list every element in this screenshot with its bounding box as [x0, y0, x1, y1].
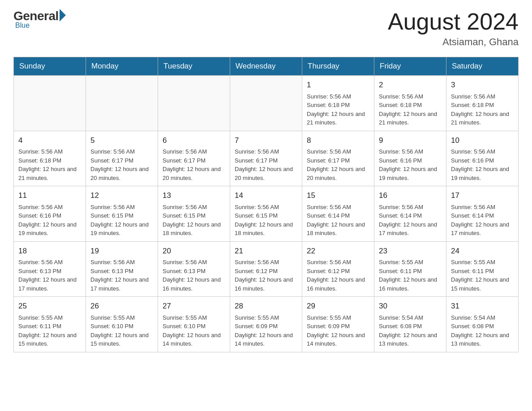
- day-number: 28: [235, 300, 297, 312]
- day-number: 1: [307, 79, 369, 91]
- day-number: 6: [163, 135, 225, 146]
- calendar-header-row: Sunday Monday Tuesday Wednesday Thursday…: [14, 57, 519, 76]
- table-row: 5Sunrise: 5:56 AMSunset: 6:17 PMDaylight…: [86, 131, 158, 186]
- table-row: 8Sunrise: 5:56 AMSunset: 6:17 PMDaylight…: [302, 131, 374, 186]
- table-row: 19Sunrise: 5:56 AMSunset: 6:13 PMDayligh…: [86, 241, 158, 297]
- day-number: 7: [235, 135, 297, 146]
- day-number: 10: [451, 135, 514, 146]
- day-info: Sunrise: 5:56 AMSunset: 6:13 PMDaylight:…: [163, 258, 225, 293]
- day-info: Sunrise: 5:54 AMSunset: 6:08 PMDaylight:…: [379, 313, 442, 348]
- table-row: 11Sunrise: 5:56 AMSunset: 6:16 PMDayligh…: [14, 186, 86, 242]
- day-info: Sunrise: 5:56 AMSunset: 6:18 PMDaylight:…: [379, 92, 442, 127]
- table-row: 1Sunrise: 5:56 AMSunset: 6:18 PMDaylight…: [302, 76, 374, 131]
- calendar-week-row: 18Sunrise: 5:56 AMSunset: 6:13 PMDayligh…: [14, 241, 519, 297]
- logo: General Blue: [13, 9, 66, 30]
- table-row: 2Sunrise: 5:56 AMSunset: 6:18 PMDaylight…: [374, 76, 446, 131]
- header-sunday: Sunday: [14, 57, 86, 76]
- day-number: 17: [451, 190, 514, 201]
- logo-triangle-icon: [60, 9, 66, 21]
- table-row: 10Sunrise: 5:56 AMSunset: 6:16 PMDayligh…: [446, 131, 519, 186]
- day-info: Sunrise: 5:55 AMSunset: 6:09 PMDaylight:…: [235, 313, 297, 348]
- table-row: 3Sunrise: 5:56 AMSunset: 6:18 PMDaylight…: [446, 76, 519, 131]
- day-number: 25: [18, 300, 81, 312]
- day-number: 15: [307, 190, 369, 201]
- table-row: 22Sunrise: 5:56 AMSunset: 6:12 PMDayligh…: [302, 241, 374, 297]
- title-section: August 2024 Atsiaman, Ghana: [388, 9, 519, 48]
- logo-blue-text: Blue: [15, 21, 30, 30]
- day-number: 30: [379, 300, 442, 312]
- header-saturday: Saturday: [446, 57, 519, 76]
- day-info: Sunrise: 5:56 AMSunset: 6:13 PMDaylight:…: [18, 258, 81, 293]
- day-info: Sunrise: 5:55 AMSunset: 6:09 PMDaylight:…: [307, 313, 369, 348]
- table-row: 13Sunrise: 5:56 AMSunset: 6:15 PMDayligh…: [158, 186, 230, 242]
- day-info: Sunrise: 5:55 AMSunset: 6:10 PMDaylight:…: [90, 313, 153, 348]
- location-title: Atsiaman, Ghana: [388, 36, 519, 48]
- day-number: 13: [163, 190, 225, 201]
- day-info: Sunrise: 5:56 AMSunset: 6:17 PMDaylight:…: [307, 147, 369, 182]
- table-row: 28Sunrise: 5:55 AMSunset: 6:09 PMDayligh…: [230, 297, 302, 352]
- table-row: 18Sunrise: 5:56 AMSunset: 6:13 PMDayligh…: [14, 241, 86, 297]
- table-row: 4Sunrise: 5:56 AMSunset: 6:18 PMDaylight…: [14, 131, 86, 186]
- day-info: Sunrise: 5:56 AMSunset: 6:16 PMDaylight:…: [379, 147, 442, 182]
- table-row: 12Sunrise: 5:56 AMSunset: 6:15 PMDayligh…: [86, 186, 158, 242]
- day-number: 31: [451, 300, 514, 312]
- day-info: Sunrise: 5:54 AMSunset: 6:08 PMDaylight:…: [451, 313, 514, 348]
- day-number: 23: [379, 245, 442, 257]
- day-number: 12: [90, 190, 153, 201]
- day-info: Sunrise: 5:56 AMSunset: 6:15 PMDaylight:…: [163, 203, 225, 238]
- day-info: Sunrise: 5:56 AMSunset: 6:17 PMDaylight:…: [235, 147, 297, 182]
- calendar-week-row: 4Sunrise: 5:56 AMSunset: 6:18 PMDaylight…: [14, 131, 519, 186]
- table-row: 7Sunrise: 5:56 AMSunset: 6:17 PMDaylight…: [230, 131, 302, 186]
- day-info: Sunrise: 5:56 AMSunset: 6:13 PMDaylight:…: [90, 258, 153, 293]
- day-number: 8: [307, 135, 369, 146]
- day-info: Sunrise: 5:55 AMSunset: 6:11 PMDaylight:…: [18, 313, 81, 348]
- day-number: 16: [379, 190, 442, 201]
- day-info: Sunrise: 5:56 AMSunset: 6:12 PMDaylight:…: [235, 258, 297, 293]
- header-wednesday: Wednesday: [230, 57, 302, 76]
- day-number: 26: [90, 300, 153, 312]
- day-info: Sunrise: 5:56 AMSunset: 6:12 PMDaylight:…: [307, 258, 369, 293]
- day-info: Sunrise: 5:56 AMSunset: 6:17 PMDaylight:…: [163, 147, 225, 182]
- table-row: 16Sunrise: 5:56 AMSunset: 6:14 PMDayligh…: [374, 186, 446, 242]
- day-info: Sunrise: 5:55 AMSunset: 6:11 PMDaylight:…: [379, 258, 442, 293]
- day-info: Sunrise: 5:56 AMSunset: 6:14 PMDaylight:…: [307, 203, 369, 238]
- table-row: 17Sunrise: 5:56 AMSunset: 6:14 PMDayligh…: [446, 186, 519, 242]
- table-row: 29Sunrise: 5:55 AMSunset: 6:09 PMDayligh…: [302, 297, 374, 352]
- day-number: 14: [235, 190, 297, 201]
- month-year-title: August 2024: [388, 9, 519, 34]
- table-row: 9Sunrise: 5:56 AMSunset: 6:16 PMDaylight…: [374, 131, 446, 186]
- day-number: 19: [90, 245, 153, 257]
- table-row: 21Sunrise: 5:56 AMSunset: 6:12 PMDayligh…: [230, 241, 302, 297]
- calendar-week-row: 25Sunrise: 5:55 AMSunset: 6:11 PMDayligh…: [14, 297, 519, 352]
- table-row: 25Sunrise: 5:55 AMSunset: 6:11 PMDayligh…: [14, 297, 86, 352]
- day-info: Sunrise: 5:56 AMSunset: 6:14 PMDaylight:…: [451, 203, 514, 238]
- day-info: Sunrise: 5:55 AMSunset: 6:10 PMDaylight:…: [163, 313, 225, 348]
- day-number: 9: [379, 135, 442, 146]
- calendar-week-row: 11Sunrise: 5:56 AMSunset: 6:16 PMDayligh…: [14, 186, 519, 242]
- table-row: 14Sunrise: 5:56 AMSunset: 6:15 PMDayligh…: [230, 186, 302, 242]
- day-number: 29: [307, 300, 369, 312]
- day-number: 18: [18, 245, 81, 257]
- table-row: 23Sunrise: 5:55 AMSunset: 6:11 PMDayligh…: [374, 241, 446, 297]
- day-number: 11: [18, 190, 81, 201]
- day-info: Sunrise: 5:56 AMSunset: 6:16 PMDaylight:…: [18, 203, 81, 238]
- day-number: 2: [379, 79, 442, 91]
- page-header: General Blue August 2024 Atsiaman, Ghana: [13, 9, 519, 48]
- day-number: 20: [163, 245, 225, 257]
- day-info: Sunrise: 5:56 AMSunset: 6:18 PMDaylight:…: [18, 147, 81, 182]
- day-info: Sunrise: 5:56 AMSunset: 6:15 PMDaylight:…: [90, 203, 153, 238]
- header-friday: Friday: [374, 57, 446, 76]
- day-number: 5: [90, 135, 153, 146]
- day-info: Sunrise: 5:56 AMSunset: 6:18 PMDaylight:…: [451, 92, 514, 127]
- calendar-table: Sunday Monday Tuesday Wednesday Thursday…: [13, 57, 519, 352]
- table-row: 27Sunrise: 5:55 AMSunset: 6:10 PMDayligh…: [158, 297, 230, 352]
- header-tuesday: Tuesday: [158, 57, 230, 76]
- table-row: 31Sunrise: 5:54 AMSunset: 6:08 PMDayligh…: [446, 297, 519, 352]
- day-info: Sunrise: 5:56 AMSunset: 6:18 PMDaylight:…: [307, 92, 369, 127]
- table-row: [230, 76, 302, 131]
- day-info: Sunrise: 5:56 AMSunset: 6:15 PMDaylight:…: [235, 203, 297, 238]
- day-info: Sunrise: 5:55 AMSunset: 6:11 PMDaylight:…: [451, 258, 514, 293]
- table-row: 30Sunrise: 5:54 AMSunset: 6:08 PMDayligh…: [374, 297, 446, 352]
- table-row: 26Sunrise: 5:55 AMSunset: 6:10 PMDayligh…: [86, 297, 158, 352]
- day-info: Sunrise: 5:56 AMSunset: 6:16 PMDaylight:…: [451, 147, 514, 182]
